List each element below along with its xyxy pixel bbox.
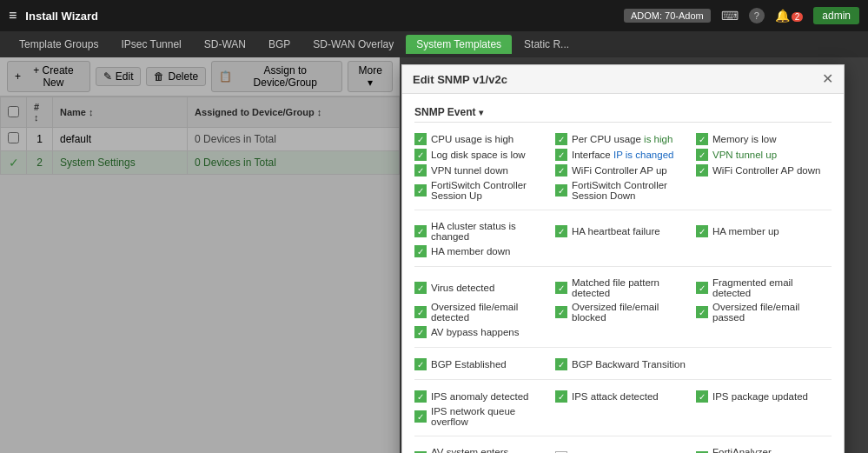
checkbox-per-cpu[interactable]: ✓ [555,133,567,145]
checkbox-vpn-down[interactable]: ✓ [414,164,427,177]
terminal-icon[interactable]: ⌨ [721,9,739,23]
list-item[interactable]: ✓ Matched file pattern detected [555,277,691,298]
checkbox-fs-session-down[interactable]: ✓ [555,184,567,197]
checkbox-log-disk[interactable]: ✓ [414,149,427,161]
list-item[interactable]: ✓ AV system enters conserve mode [414,447,550,453]
list-item[interactable]: ✓ BGP Established [414,358,550,370]
tab-bgp[interactable]: BGP [258,35,301,54]
list-item[interactable]: ✓ VPN tunnel down [414,164,550,177]
list-item[interactable]: ✓ Memory is low [696,133,832,145]
label-cpu-high: CPU usage is high [431,134,514,144]
checkbox-grid-2: ✓ HA cluster status is changed ✓ HA hear… [414,221,832,257]
label-interface-ip: Interface IP is changed [572,150,673,160]
modal-body: SNMP Event ▾ ✓ CPU usage is high ✓ Per C… [402,94,844,453]
label-av-conserve: AV system enters conserve mode [431,447,550,453]
snmp-event-bar: SNMP Event ▾ [414,103,832,123]
list-item[interactable]: ✓ Per CPU usage is high [555,133,691,145]
section-cpu-memory: ✓ CPU usage is high ✓ Per CPU usage is h… [414,133,832,210]
bell-icon[interactable]: 🔔2 [775,9,804,23]
list-item[interactable]: ✓ IPS network queue overflow [414,406,550,427]
list-item[interactable]: ✓ BGP Backward Transition [555,358,691,370]
tab-template-groups[interactable]: Template Groups [9,35,109,54]
checkbox-wifi-ap-down[interactable]: ✓ [696,164,708,177]
tab-sd-wan[interactable]: SD-WAN [194,35,256,54]
checkbox-vpn-up[interactable]: ✓ [696,149,708,161]
list-item[interactable]: ✓ WiFi Controller AP down [696,164,832,177]
label-fs-session-down: FortiSwitch Controller Session Down [572,180,691,201]
checkbox-ha-member-up[interactable]: ✓ [696,225,708,237]
list-item[interactable]: ✓ HA member down [414,245,550,257]
sub-navigation: Template Groups IPsec Tunnel SD-WAN BGP … [0,31,868,57]
list-item[interactable]: ✓ HA heartbeat failure [555,221,691,242]
checkbox-av-bypass[interactable]: ✓ [414,326,427,338]
label-ha-status: HA cluster status is changed [431,221,550,242]
tab-system-templates[interactable]: System Templates [406,35,512,54]
list-item[interactable]: ✓ HA member up [696,221,832,242]
list-item[interactable]: ✓ WiFi Controller AP up [555,164,691,177]
list-item[interactable]: ✓ Fragmented email detected [696,277,832,298]
checkbox-interface-ip[interactable]: ✓ [555,149,567,161]
checkbox-oversized-passed[interactable]: ✓ [696,306,708,318]
checkbox-bgp-backward[interactable]: ✓ [555,358,567,370]
list-item[interactable]: ✓ Interface IP is changed [555,149,691,161]
tab-ipsec-tunnel[interactable]: IPsec Tunnel [110,35,191,54]
list-item[interactable]: ✓ FortiSwitch Controller Session Up [414,180,550,201]
checkbox-ips-queue[interactable]: ✓ [414,410,427,423]
checkbox-ips-anomaly[interactable]: ✓ [414,390,427,403]
list-item[interactable]: ✓ IPS anomaly detected [414,390,550,403]
checkbox-oversized-detected[interactable]: ✓ [414,306,427,318]
checkbox-ips-package[interactable]: ✓ [696,390,708,403]
label-oversized-detected: Oversized file/email detected [431,302,550,323]
label-memory-low: Memory is low [712,134,776,144]
label-bgp-established: BGP Established [431,359,507,370]
list-item[interactable]: Entity config change [555,447,691,453]
checkbox-file-pattern[interactable]: ✓ [555,282,567,294]
checkbox-ha-heartbeat[interactable]: ✓ [555,225,567,237]
top-navigation: ≡ Install Wizard ADOM: 70-Adom ⌨ ? 🔔2 ad… [0,0,868,31]
label-ips-package: IPS package updated [712,391,808,402]
checkbox-virus[interactable]: ✓ [414,282,427,294]
menu-icon[interactable]: ≡ [9,8,17,23]
checkbox-ha-member-down[interactable]: ✓ [414,245,427,257]
label-frag-email: Fragmented email detected [712,277,832,298]
list-item[interactable]: ✓ FortiSwitch Controller Session Down [555,180,691,201]
checkbox-frag-email[interactable]: ✓ [696,282,708,294]
checkbox-memory-low[interactable]: ✓ [696,133,708,145]
checkbox-ha-status[interactable]: ✓ [414,225,427,237]
list-item[interactable]: ✓ IPS attack detected [555,390,691,403]
tab-static-r[interactable]: Static R... [514,35,580,54]
list-item[interactable]: ✓ HA cluster status is changed [414,221,550,242]
label-log-disk: Log disk space is low [431,150,526,160]
list-item[interactable]: ✓ Oversized file/email detected [414,302,550,323]
checkbox-bgp-established[interactable]: ✓ [414,358,427,370]
left-panel-overlay [0,57,400,453]
admin-button[interactable]: admin [813,7,859,24]
snmp-event-dropdown[interactable]: SNMP Event ▾ [414,106,483,118]
label-av-bypass: AV bypass happens [431,327,519,337]
section-system: ✓ AV system enters conserve mode Entity … [414,447,832,453]
tab-sd-wan-overlay[interactable]: SD-WAN Overlay [302,35,404,54]
list-item[interactable]: ✓ FortiAnalyzer disconnected [696,447,832,453]
checkbox-oversized-blocked[interactable]: ✓ [555,306,567,318]
help-icon[interactable]: ? [749,8,765,23]
list-item[interactable]: ✓ Oversized file/email blocked [555,302,691,323]
label-bgp-backward: BGP Backward Transition [572,359,686,370]
list-item[interactable]: ✓ CPU usage is high [414,133,550,145]
label-wifi-ap-up: WiFi Controller AP up [572,165,667,176]
checkbox-ips-attack[interactable]: ✓ [555,390,567,403]
list-item[interactable]: ✓ Log disk space is low [414,149,550,161]
list-item[interactable]: ✓ IPS package updated [696,390,832,403]
checkbox-fs-session-up[interactable]: ✓ [414,184,427,197]
list-item[interactable]: ✓ Virus detected [414,277,550,298]
modal-close-button[interactable]: ✕ [822,72,833,86]
list-item[interactable]: ✓ VPN tunnel up [696,149,832,161]
list-item[interactable]: ✓ AV bypass happens [414,326,550,338]
label-ha-heartbeat: HA heartbeat failure [572,226,660,236]
checkbox-cpu-high[interactable]: ✓ [414,133,427,145]
list-item[interactable]: ✓ Oversized file/email passed [696,302,832,323]
label-fs-session-up: FortiSwitch Controller Session Up [431,180,550,201]
label-file-pattern: Matched file pattern detected [572,277,691,298]
checkbox-grid-5: ✓ IPS anomaly detected ✓ IPS attack dete… [414,390,832,427]
checkbox-wifi-ap-up[interactable]: ✓ [555,164,567,177]
label-vpn-down: VPN tunnel down [431,165,508,176]
